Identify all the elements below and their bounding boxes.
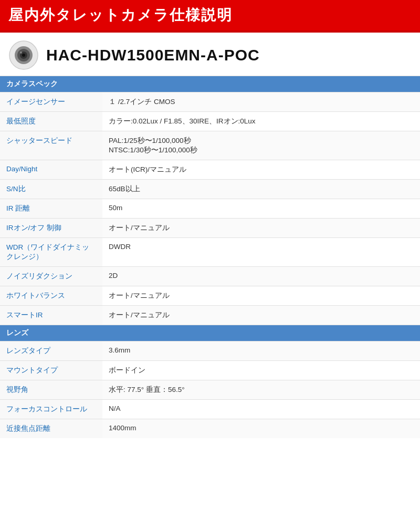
table-row: IR 距離50m xyxy=(0,199,420,219)
spec-value: ボードイン xyxy=(102,361,420,380)
page-title: 屋内外タレットカメラ仕様説明 xyxy=(8,5,412,25)
table-row: イメージセンサー１ /2.7インチ CMOS xyxy=(0,92,420,112)
page-header: 屋内外タレットカメラ仕様説明 xyxy=(0,0,420,33)
spec-value: 1400mm xyxy=(102,419,420,439)
spec-value: N/A xyxy=(102,400,420,419)
spec-label: ノイズリダクション xyxy=(0,267,102,286)
table-row: IRオン/オフ 制御オート/マニュアル xyxy=(0,219,420,238)
spec-label: シャッタースピード xyxy=(0,131,102,160)
spec-value: オート/マニュアル xyxy=(102,219,420,238)
model-section: HAC-HDW1500EMN-A-POC xyxy=(0,33,420,76)
spec-value: 50m xyxy=(102,199,420,219)
table-row: マウントタイプボードイン xyxy=(0,361,420,380)
spec-label: S/N比 xyxy=(0,180,102,199)
table-row: レンズタイプ3.6mm xyxy=(0,341,420,361)
spec-label: IRオン/オフ 制御 xyxy=(0,219,102,238)
spec-label: 近接焦点距離 xyxy=(0,419,102,439)
table-row: WDR（ワイドダイナミックレンジ）DWDR xyxy=(0,238,420,267)
spec-value: 3.6mm xyxy=(102,341,420,361)
spec-value: １ /2.7インチ CMOS xyxy=(102,92,420,112)
spec-value: 2D xyxy=(102,267,420,286)
spec-value: オート/マニュアル xyxy=(102,306,420,325)
spec-value: オート/マニュアル xyxy=(102,286,420,306)
table-row: スマートIRオート/マニュアル xyxy=(0,306,420,325)
spec-label: ホワイトバランス xyxy=(0,286,102,306)
spec-label: マウントタイプ xyxy=(0,361,102,380)
table-row: シャッタースピードPAL:1/25秒〜1/100,000秒NTSC:1/30秒〜… xyxy=(0,131,420,160)
table-row: ホワイトバランスオート/マニュアル xyxy=(0,286,420,306)
spec-value: 65dB以上 xyxy=(102,180,420,199)
table-row: 視野角水平: 77.5° 垂直：56.5° xyxy=(0,380,420,400)
spec-label: フォーカスコントロール xyxy=(0,400,102,419)
spec-label: 視野角 xyxy=(0,380,102,400)
spec-label: 最低照度 xyxy=(0,112,102,131)
spec-label: Day/Night xyxy=(0,160,102,180)
table-row: 最低照度カラー:0.02Lux / F1.85、30IRE、IRオン:0Lux xyxy=(0,112,420,131)
spec-value: オート(ICR)/マニュアル xyxy=(102,160,420,180)
table-row: Day/Nightオート(ICR)/マニュアル xyxy=(0,160,420,180)
svg-point-4 xyxy=(22,54,25,57)
spec-value: カラー:0.02Lux / F1.85、30IRE、IRオン:0Lux xyxy=(102,112,420,131)
camera-icon xyxy=(8,40,39,70)
table-row: S/N比65dB以上 xyxy=(0,180,420,199)
table-row: フォーカスコントロールN/A xyxy=(0,400,420,419)
spec-value: DWDR xyxy=(102,238,420,267)
table-row: ノイズリダクション2D xyxy=(0,267,420,286)
spec-table: カメラスペックイメージセンサー１ /2.7インチ CMOS最低照度カラー:0.0… xyxy=(0,76,420,438)
spec-label: WDR（ワイドダイナミックレンジ） xyxy=(0,238,102,267)
table-row: 近接焦点距離1400mm xyxy=(0,419,420,439)
spec-label: スマートIR xyxy=(0,306,102,325)
spec-label: IR 距離 xyxy=(0,199,102,219)
section-header-lens: レンズ xyxy=(0,325,420,341)
spec-value: 水平: 77.5° 垂直：56.5° xyxy=(102,380,420,400)
spec-label: イメージセンサー xyxy=(0,92,102,112)
svg-point-5 xyxy=(20,51,22,54)
model-name: HAC-HDW1500EMN-A-POC xyxy=(46,46,260,64)
spec-label: レンズタイプ xyxy=(0,341,102,361)
spec-value: PAL:1/25秒〜1/100,000秒NTSC:1/30秒〜1/100,000… xyxy=(102,131,420,160)
section-header-camera-spec: カメラスペック xyxy=(0,76,420,92)
